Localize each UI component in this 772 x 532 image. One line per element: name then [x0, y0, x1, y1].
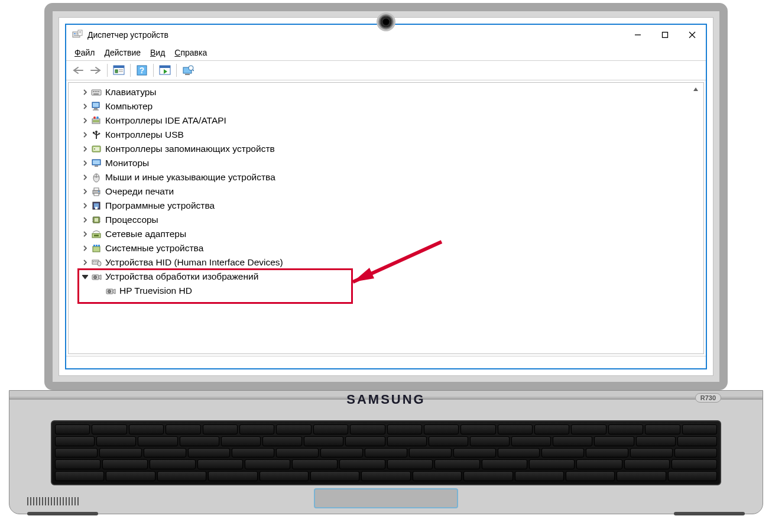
- tree-category-system[interactable]: Системные устройства: [69, 241, 703, 255]
- chevron-right-icon[interactable]: [80, 102, 90, 111]
- svg-rect-30: [98, 91, 99, 92]
- tree-category-software[interactable]: Программные устройства: [69, 199, 703, 213]
- svg-rect-79: [95, 261, 96, 262]
- camera-icon: [91, 271, 102, 282]
- menu-file-label: Ф: [74, 48, 81, 57]
- menu-action[interactable]: Действие: [100, 47, 144, 59]
- svg-marker-84: [99, 275, 101, 280]
- svg-marker-87: [113, 289, 115, 294]
- screen-bezel: Диспетчер устройств Файл Действие Вид Сп…: [44, 3, 728, 390]
- menu-file[interactable]: Файл: [71, 47, 98, 59]
- svg-rect-73: [93, 245, 95, 246]
- chevron-right-icon[interactable]: [80, 87, 90, 97]
- menu-action-label: Д: [104, 48, 109, 57]
- svg-rect-8: [663, 33, 668, 38]
- tree-label: Программные устройства: [105, 200, 215, 211]
- tree-label: HP Truevision HD: [119, 286, 192, 296]
- show-hidden-button[interactable]: [180, 62, 196, 79]
- svg-line-24: [193, 70, 194, 71]
- device-tree[interactable]: КлавиатурыКомпьютерКонтроллеры IDE ATA/A…: [69, 85, 703, 298]
- chevron-right-icon[interactable]: [80, 258, 90, 267]
- chevron-right-icon[interactable]: [80, 244, 90, 253]
- laptop-trackpad: [314, 488, 458, 508]
- minimize-button[interactable]: [624, 25, 651, 45]
- tree-category-mice[interactable]: Мыши и иные указывающие устройства: [69, 170, 703, 184]
- net-icon: [91, 229, 102, 239]
- tree-device-hp-cam[interactable]: HP Truevision HD: [69, 284, 703, 298]
- laptop-deck: SAMSUNG R730: [9, 390, 763, 514]
- tree-category-keyboards[interactable]: Клавиатуры: [69, 85, 703, 99]
- svg-rect-5: [79, 31, 81, 32]
- chevron-right-icon[interactable]: [80, 144, 90, 154]
- tree-category-usb[interactable]: Контроллеры USB: [69, 128, 703, 142]
- hid-icon: [91, 257, 102, 268]
- printer-icon: [91, 186, 102, 197]
- tree-category-net[interactable]: Сетевые адаптеры: [69, 227, 703, 241]
- laptop-model: R730: [695, 393, 721, 403]
- usb-icon: [91, 129, 102, 140]
- svg-point-58: [98, 191, 99, 192]
- menubar: Файл Действие Вид Справка: [66, 45, 706, 60]
- svg-rect-56: [94, 188, 99, 190]
- chevron-right-icon[interactable]: [80, 158, 90, 168]
- tree-label: Мыши и иные указывающие устройства: [105, 172, 275, 183]
- forward-button[interactable]: [87, 62, 104, 79]
- toolbar-separator: [176, 64, 177, 77]
- tree-label: Сетевые адаптеры: [105, 229, 186, 239]
- menu-view-label: В: [150, 48, 155, 57]
- svg-rect-19: [160, 66, 170, 68]
- tree-category-imaging[interactable]: Устройства обработки изображений: [69, 270, 703, 284]
- tree-category-ide[interactable]: Контроллеры IDE ATA/ATAPI: [69, 113, 703, 128]
- chevron-down-icon[interactable]: [80, 272, 90, 281]
- cpu-icon: [91, 215, 102, 225]
- tree-category-storage[interactable]: Контроллеры запоминающих устройств: [69, 142, 703, 156]
- svg-rect-74: [96, 245, 98, 246]
- svg-rect-71: [94, 235, 99, 236]
- close-button[interactable]: [679, 25, 706, 45]
- chevron-right-icon[interactable]: [80, 187, 90, 196]
- svg-point-83: [94, 276, 97, 279]
- device-tree-panel: КлавиатурыКомпьютерКонтроллеры IDE ATA/A…: [68, 82, 704, 354]
- tree-category-cpu[interactable]: Процессоры: [69, 213, 703, 227]
- svg-rect-50: [93, 160, 100, 164]
- svg-rect-33: [93, 103, 99, 107]
- tree-category-hid[interactable]: Устройства HID (Human Interface Devices): [69, 255, 703, 270]
- scroll-up-button[interactable]: [692, 85, 700, 93]
- app-icon: [72, 30, 83, 40]
- help-button[interactable]: ?: [134, 62, 150, 79]
- tree-category-computer[interactable]: Компьютер: [69, 99, 703, 113]
- chevron-right-icon[interactable]: [80, 201, 90, 210]
- svg-rect-27: [93, 91, 94, 92]
- tree-label: Системные устройства: [105, 243, 203, 254]
- chevron-right-icon[interactable]: [80, 215, 90, 225]
- svg-marker-45: [99, 132, 100, 135]
- tree-category-monitors[interactable]: Мониторы: [69, 156, 703, 170]
- chevron-right-icon[interactable]: [80, 116, 90, 125]
- back-button[interactable]: [70, 62, 86, 79]
- chevron-right-icon[interactable]: [80, 173, 90, 182]
- svg-rect-61: [95, 207, 98, 209]
- storage-icon: [91, 144, 102, 154]
- chevron-right-icon[interactable]: [80, 229, 90, 239]
- svg-point-48: [94, 148, 95, 150]
- svg-point-38: [93, 116, 96, 119]
- svg-point-39: [96, 116, 99, 119]
- svg-rect-78: [93, 261, 94, 262]
- system-icon: [91, 243, 102, 254]
- menu-view[interactable]: Вид: [147, 47, 168, 59]
- menu-help[interactable]: Справка: [171, 47, 210, 59]
- svg-rect-57: [94, 193, 99, 196]
- svg-rect-6: [79, 33, 81, 33]
- maximize-button[interactable]: [651, 25, 679, 45]
- device-manager-window: Диспетчер устройств Файл Действие Вид Сп…: [65, 24, 707, 369]
- svg-text:?: ?: [140, 66, 145, 75]
- tree-category-printq[interactable]: Очереди печати: [69, 184, 703, 199]
- svg-point-77: [98, 261, 101, 266]
- svg-rect-12: [113, 66, 124, 68]
- svg-rect-63: [95, 218, 98, 222]
- svg-rect-29: [96, 91, 98, 92]
- chevron-right-icon[interactable]: [80, 130, 90, 140]
- properties-button[interactable]: [111, 62, 127, 79]
- screen: Диспетчер устройств Файл Действие Вид Сп…: [59, 17, 713, 376]
- scan-button[interactable]: [157, 62, 173, 79]
